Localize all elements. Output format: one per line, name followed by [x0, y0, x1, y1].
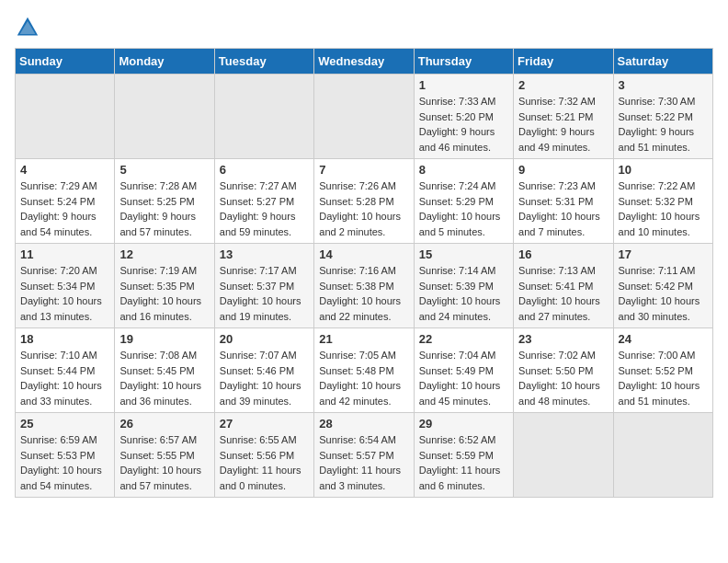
day-number: 10 — [619, 163, 708, 177]
calendar-cell: 21Sunrise: 7:05 AM Sunset: 5:48 PM Dayli… — [314, 328, 414, 413]
day-info: Sunrise: 7:20 AM Sunset: 5:34 PM Dayligh… — [20, 263, 109, 324]
day-info: Sunrise: 7:22 AM Sunset: 5:32 PM Dayligh… — [619, 178, 708, 239]
week-row-4: 25Sunrise: 6:59 AM Sunset: 5:53 PM Dayli… — [16, 413, 713, 498]
day-info: Sunrise: 6:59 AM Sunset: 5:53 PM Dayligh… — [20, 432, 109, 493]
calendar-cell: 8Sunrise: 7:24 AM Sunset: 5:29 PM Daylig… — [414, 159, 513, 244]
calendar-cell: 13Sunrise: 7:17 AM Sunset: 5:37 PM Dayli… — [214, 244, 313, 328]
day-info: Sunrise: 7:04 AM Sunset: 5:49 PM Dayligh… — [419, 348, 508, 408]
day-info: Sunrise: 7:14 AM Sunset: 5:39 PM Dayligh… — [419, 263, 508, 324]
header — [15, 15, 713, 40]
calendar-cell — [16, 75, 115, 159]
day-number: 4 — [20, 163, 109, 177]
day-number: 8 — [419, 163, 508, 177]
day-info: Sunrise: 7:11 AM Sunset: 5:42 PM Dayligh… — [619, 263, 708, 324]
day-number: 27 — [220, 417, 309, 431]
calendar-cell: 3Sunrise: 7:30 AM Sunset: 5:22 PM Daylig… — [613, 75, 712, 159]
day-info: Sunrise: 7:33 AM Sunset: 5:20 PM Dayligh… — [419, 94, 508, 155]
day-info: Sunrise: 7:07 AM Sunset: 5:46 PM Dayligh… — [220, 348, 309, 408]
day-number: 3 — [619, 78, 708, 92]
day-number: 18 — [20, 332, 109, 346]
calendar-cell: 9Sunrise: 7:23 AM Sunset: 5:31 PM Daylig… — [514, 159, 613, 244]
day-info: Sunrise: 7:05 AM Sunset: 5:48 PM Dayligh… — [319, 348, 408, 408]
day-number: 2 — [518, 78, 608, 92]
calendar-cell — [514, 413, 613, 498]
week-row-0: 1Sunrise: 7:33 AM Sunset: 5:20 PM Daylig… — [16, 75, 713, 159]
day-info: Sunrise: 6:55 AM Sunset: 5:56 PM Dayligh… — [220, 432, 309, 493]
day-info: Sunrise: 7:16 AM Sunset: 5:38 PM Dayligh… — [319, 263, 408, 324]
calendar-cell: 14Sunrise: 7:16 AM Sunset: 5:38 PM Dayli… — [314, 244, 414, 328]
calendar-cell: 18Sunrise: 7:10 AM Sunset: 5:44 PM Dayli… — [16, 328, 115, 413]
day-info: Sunrise: 7:23 AM Sunset: 5:31 PM Dayligh… — [518, 178, 608, 239]
day-number: 1 — [419, 78, 508, 92]
weekday-header-saturday: Saturday — [613, 49, 712, 75]
day-number: 16 — [518, 247, 608, 261]
day-number: 9 — [518, 163, 608, 177]
calendar-cell: 16Sunrise: 7:13 AM Sunset: 5:41 PM Dayli… — [514, 244, 613, 328]
day-number: 23 — [518, 332, 608, 346]
day-info: Sunrise: 7:17 AM Sunset: 5:37 PM Dayligh… — [220, 263, 309, 324]
day-info: Sunrise: 7:19 AM Sunset: 5:35 PM Dayligh… — [119, 263, 209, 324]
calendar-body: 1Sunrise: 7:33 AM Sunset: 5:20 PM Daylig… — [16, 75, 713, 498]
weekday-header-sunday: Sunday — [16, 49, 115, 75]
day-info: Sunrise: 7:28 AM Sunset: 5:25 PM Dayligh… — [119, 178, 209, 239]
calendar-cell: 1Sunrise: 7:33 AM Sunset: 5:20 PM Daylig… — [414, 75, 513, 159]
day-number: 22 — [419, 332, 508, 346]
day-info: Sunrise: 7:10 AM Sunset: 5:44 PM Dayligh… — [20, 348, 109, 408]
weekday-header-tuesday: Tuesday — [214, 49, 313, 75]
week-row-3: 18Sunrise: 7:10 AM Sunset: 5:44 PM Dayli… — [16, 328, 713, 413]
calendar-cell — [214, 75, 313, 159]
day-number: 25 — [20, 417, 109, 431]
day-info: Sunrise: 7:27 AM Sunset: 5:27 PM Dayligh… — [220, 178, 309, 239]
day-info: Sunrise: 7:02 AM Sunset: 5:50 PM Dayligh… — [518, 348, 608, 408]
day-number: 28 — [319, 417, 408, 431]
calendar-cell: 19Sunrise: 7:08 AM Sunset: 5:45 PM Dayli… — [115, 328, 214, 413]
day-number: 7 — [319, 163, 408, 177]
day-info: Sunrise: 7:08 AM Sunset: 5:45 PM Dayligh… — [119, 348, 209, 408]
day-number: 14 — [319, 247, 408, 261]
day-number: 15 — [419, 247, 508, 261]
calendar-cell — [613, 413, 712, 498]
weekday-header-wednesday: Wednesday — [314, 49, 414, 75]
logo-icon — [15, 15, 40, 40]
calendar-cell: 17Sunrise: 7:11 AM Sunset: 5:42 PM Dayli… — [613, 244, 712, 328]
calendar-cell: 4Sunrise: 7:29 AM Sunset: 5:24 PM Daylig… — [16, 159, 115, 244]
day-number: 19 — [119, 332, 209, 346]
day-info: Sunrise: 6:57 AM Sunset: 5:55 PM Dayligh… — [119, 432, 209, 493]
day-info: Sunrise: 7:32 AM Sunset: 5:21 PM Dayligh… — [518, 94, 608, 155]
calendar-cell — [314, 75, 414, 159]
day-info: Sunrise: 6:52 AM Sunset: 5:59 PM Dayligh… — [419, 432, 508, 493]
calendar-cell: 6Sunrise: 7:27 AM Sunset: 5:27 PM Daylig… — [214, 159, 313, 244]
calendar-cell — [115, 75, 214, 159]
day-number: 29 — [419, 417, 508, 431]
calendar-cell: 25Sunrise: 6:59 AM Sunset: 5:53 PM Dayli… — [16, 413, 115, 498]
calendar-cell: 26Sunrise: 6:57 AM Sunset: 5:55 PM Dayli… — [115, 413, 214, 498]
calendar-cell: 27Sunrise: 6:55 AM Sunset: 5:56 PM Dayli… — [214, 413, 313, 498]
day-number: 21 — [319, 332, 408, 346]
day-number: 26 — [119, 417, 209, 431]
week-row-1: 4Sunrise: 7:29 AM Sunset: 5:24 PM Daylig… — [16, 159, 713, 244]
day-info: Sunrise: 7:26 AM Sunset: 5:28 PM Dayligh… — [319, 178, 408, 239]
day-number: 13 — [220, 247, 309, 261]
calendar-cell: 28Sunrise: 6:54 AM Sunset: 5:57 PM Dayli… — [314, 413, 414, 498]
day-info: Sunrise: 7:00 AM Sunset: 5:52 PM Dayligh… — [619, 348, 708, 408]
calendar-cell: 24Sunrise: 7:00 AM Sunset: 5:52 PM Dayli… — [613, 328, 712, 413]
calendar-cell: 11Sunrise: 7:20 AM Sunset: 5:34 PM Dayli… — [16, 244, 115, 328]
calendar-cell: 5Sunrise: 7:28 AM Sunset: 5:25 PM Daylig… — [115, 159, 214, 244]
day-info: Sunrise: 6:54 AM Sunset: 5:57 PM Dayligh… — [319, 432, 408, 493]
calendar-cell: 22Sunrise: 7:04 AM Sunset: 5:49 PM Dayli… — [414, 328, 513, 413]
day-number: 11 — [20, 247, 109, 261]
day-info: Sunrise: 7:13 AM Sunset: 5:41 PM Dayligh… — [518, 263, 608, 324]
day-number: 20 — [220, 332, 309, 346]
day-info: Sunrise: 7:29 AM Sunset: 5:24 PM Dayligh… — [20, 178, 109, 239]
day-number: 6 — [220, 163, 309, 177]
calendar-cell: 12Sunrise: 7:19 AM Sunset: 5:35 PM Dayli… — [115, 244, 214, 328]
day-number: 12 — [119, 247, 209, 261]
day-number: 17 — [619, 247, 708, 261]
weekday-header-monday: Monday — [115, 49, 214, 75]
logo — [15, 15, 44, 40]
day-info: Sunrise: 7:30 AM Sunset: 5:22 PM Dayligh… — [619, 94, 708, 155]
calendar-cell: 15Sunrise: 7:14 AM Sunset: 5:39 PM Dayli… — [414, 244, 513, 328]
week-row-2: 11Sunrise: 7:20 AM Sunset: 5:34 PM Dayli… — [16, 244, 713, 328]
day-number: 24 — [619, 332, 708, 346]
calendar-cell: 7Sunrise: 7:26 AM Sunset: 5:28 PM Daylig… — [314, 159, 414, 244]
